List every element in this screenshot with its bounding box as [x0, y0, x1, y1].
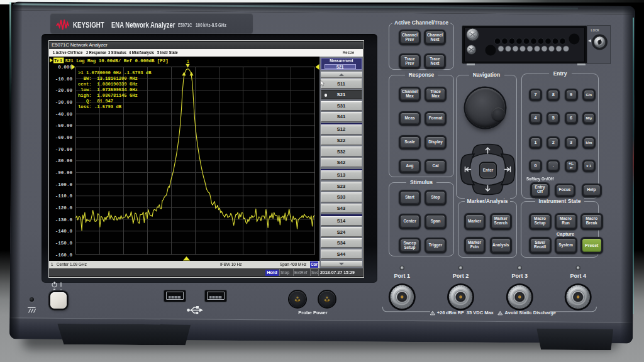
svg-text:-90.00: -90.00 [55, 170, 73, 175]
svg-text:-30.00: -30.00 [55, 100, 73, 105]
svg-text:-80.00: -80.00 [55, 158, 73, 163]
svg-text:-100.0: -100.0 [55, 182, 73, 187]
svg-text:Enter: Enter [483, 168, 494, 172]
svg-text:low: 1.073599534 GHz: low: 1.073599534 GHz [78, 87, 138, 92]
svg-text:-120.0: -120.0 [55, 206, 73, 211]
svg-text:cent: 1.080190339 GHz: cent: 1.080190339 GHz [78, 82, 138, 87]
svg-text:-150.0: -150.0 [55, 241, 73, 246]
svg-text:-50.00: -50.00 [55, 123, 73, 128]
svg-text:>1 1.0780000 GHz -1.5793 dB: >1 1.0780000 GHz -1.5793 dB [78, 70, 152, 75]
svg-text:-20.00: -20.00 [55, 88, 73, 93]
svg-text:BW: 13.18161200 MHz: BW: 13.18161200 MHz [78, 76, 138, 81]
svg-text:Tr1: Tr1 [54, 58, 63, 63]
svg-text:-40.00: -40.00 [55, 112, 73, 117]
svg-text:-60.00: -60.00 [55, 135, 73, 140]
svg-text:loss: -1.5793 dB: loss: -1.5793 dB [78, 104, 122, 109]
svg-text:LOCK: LOCK [591, 29, 600, 32]
svg-text:-70.00: -70.00 [55, 147, 73, 152]
svg-text:Q: 81.947: Q: 81.947 [78, 99, 113, 104]
svg-text:S21 Log Mag 10.00dB/ Ref 0.000: S21 Log Mag 10.00dB/ Ref 0.000dB [F2] [65, 58, 169, 63]
svg-text:0.000: 0.000 [58, 65, 72, 70]
svg-text:-130.0: -130.0 [55, 217, 73, 222]
svg-text:-110.0: -110.0 [55, 194, 73, 199]
svg-text:-160.0: -160.0 [55, 253, 73, 258]
svg-text:-140.0: -140.0 [55, 229, 73, 234]
svg-text:-10.00: -10.00 [55, 77, 73, 82]
svg-text:1: 1 [187, 59, 189, 64]
svg-text:high: 1.086781145 GHz: high: 1.086781145 GHz [78, 93, 138, 98]
